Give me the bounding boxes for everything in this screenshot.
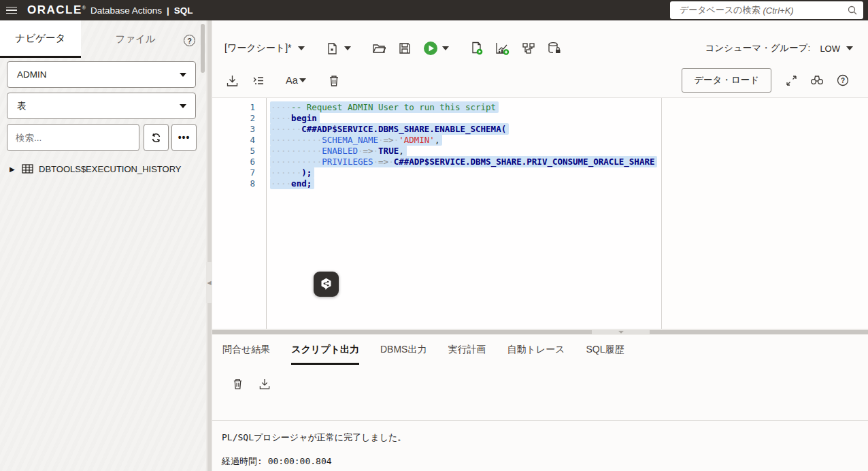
output-toolbar (212, 370, 868, 397)
code-line[interactable]: ····begin (270, 113, 661, 124)
results-splitter[interactable] (212, 329, 868, 335)
consumer-group-value[interactable]: LOW (820, 44, 840, 54)
object-type-select[interactable]: 表 (7, 93, 196, 119)
sidebar-splitter[interactable]: ◀ (206, 20, 212, 471)
find-binoculars-icon[interactable] (807, 70, 827, 91)
results-collapse-handle[interactable] (592, 330, 650, 334)
table-icon (22, 164, 33, 174)
save-button[interactable] (395, 38, 415, 59)
editor-toolbar: Aa データ・ロード ? (212, 65, 868, 95)
consumer-group-caret-icon[interactable] (846, 46, 853, 50)
product-name: Database Actions (90, 5, 162, 16)
consumer-group-label: コンシューマ・グループ: (705, 42, 811, 54)
run-statement-button[interactable] (420, 38, 441, 59)
worksheet-selector[interactable]: [ワークシート]* (224, 42, 292, 54)
refresh-button[interactable] (144, 124, 169, 151)
download-output-button[interactable] (254, 374, 275, 394)
run-script-button[interactable] (467, 38, 487, 59)
expand-editor-icon[interactable] (781, 70, 801, 91)
oracle-logo: ORACLE (27, 3, 82, 17)
autotrace-button[interactable] (518, 38, 539, 59)
code-assist-icon (319, 277, 333, 291)
line-number: 2 (212, 113, 255, 124)
letter-case-caret-icon[interactable] (299, 78, 306, 82)
open-file-button[interactable] (369, 38, 389, 59)
tree-item-label: DBTOOLS$EXECUTION_HISTORY (39, 164, 182, 174)
download-worksheet-button[interactable] (222, 70, 242, 91)
chevron-down-icon (179, 72, 187, 78)
object-search-input[interactable] (7, 124, 139, 151)
code-line[interactable]: ··········ENABLED·=>·TRUE, (270, 146, 661, 157)
results-panel: 問合せ結果スクリプト出力DBMS出力実行計画自動トレースSQL履歴 PL/SQL… (212, 335, 868, 471)
sidebar-scrollbar[interactable] (201, 24, 205, 73)
result-tab-1[interactable]: 問合せ結果 (222, 335, 270, 365)
schema-select[interactable]: ADMIN (7, 61, 196, 88)
clear-worksheet-button[interactable] (324, 70, 344, 91)
output-message: PL/SQLプロシージャが正常に完了しました。 (222, 432, 406, 444)
refresh-icon (150, 132, 162, 144)
svg-text:?: ? (841, 77, 845, 84)
search-icon (847, 5, 858, 16)
editor-gutter: 12345678 (212, 98, 267, 329)
line-number: 6 (212, 157, 255, 167)
app-header: ORACLE® Database Actions | SQL データベースの検索… (0, 0, 868, 20)
code-line[interactable]: ····end; (270, 178, 661, 189)
dbms-output-toggle-button[interactable] (544, 38, 565, 59)
chevron-down-icon (179, 103, 187, 109)
database-search-input[interactable]: データベースの検索 (Ctrl+K) (670, 1, 863, 19)
sidebar-tabs: ナビゲータ ファイル ? (0, 20, 206, 58)
line-number: 3 (212, 124, 255, 135)
tree-item[interactable]: ▶DBTOOLS$EXECUTION_HISTORY (0, 160, 197, 178)
results-tabs: 問合せ結果スクリプト出力DBMS出力実行計画自動トレースSQL履歴 (212, 335, 868, 365)
help-icon[interactable]: ? (833, 70, 853, 91)
line-number: 1 (212, 102, 255, 113)
tab-navigator[interactable]: ナビゲータ (0, 20, 81, 58)
hamburger-menu-icon[interactable] (1, 0, 22, 20)
navigator-sidebar: ナビゲータ ファイル ? ADMIN 表 ••• ▶DBTOOLS$EXECUT… (0, 20, 206, 471)
code-line[interactable]: ······C##ADP$SERVICE.DBMS_SHARE.ENABLE_S… (270, 124, 661, 135)
run-caret-icon[interactable] (442, 46, 449, 50)
script-output-text: PL/SQLプロシージャが正常に完了しました。経過時間: 00:00:00.80… (222, 432, 406, 471)
result-tab-3[interactable]: DBMS出力 (380, 335, 427, 365)
result-tab-5[interactable]: 自動トレース (507, 335, 565, 365)
code-line[interactable]: ··········PRIVILEGES·=>·C##ADP$SERVICE.D… (270, 157, 661, 167)
new-worksheet-button[interactable] (322, 38, 343, 59)
more-options-button[interactable]: ••• (171, 124, 197, 151)
code-line[interactable]: ····-- Request ADMIN User to run this sc… (270, 102, 661, 113)
result-tab-4[interactable]: 実行計画 (448, 335, 486, 365)
sidebar-collapse-handle[interactable]: ◀ (206, 262, 212, 303)
line-number: 8 (212, 178, 255, 189)
expand-arrow-icon[interactable]: ▶ (10, 165, 22, 173)
code-line[interactable]: ······); (270, 167, 661, 178)
code-assist-button[interactable] (314, 272, 339, 297)
line-number: 4 (212, 135, 255, 146)
output-divider (212, 420, 868, 421)
sql-editor[interactable]: 12345678 ····-- Request ADMIN User to ru… (212, 97, 868, 329)
line-number: 7 (212, 167, 255, 178)
data-load-button[interactable]: データ・ロード (682, 68, 771, 93)
result-tab-6[interactable]: SQL履歴 (586, 335, 624, 365)
worksheet-area: [ワークシート]* コンシューマ・グループ: LOW (212, 20, 868, 471)
editor-right-margin (661, 98, 868, 329)
format-code-button[interactable] (248, 70, 268, 91)
output-message: 経過時間: 00:00:00.804 (222, 455, 406, 468)
letter-case-button[interactable]: Aa (286, 75, 298, 86)
code-line[interactable]: ··········SCHEMA_NAME·=>·'ADMIN', (270, 135, 661, 146)
worksheet-caret-icon[interactable] (298, 46, 305, 50)
line-number: 5 (212, 146, 255, 157)
brand: ORACLE® Database Actions | SQL (27, 3, 193, 17)
tab-files[interactable]: ファイル (81, 20, 190, 58)
explain-plan-button[interactable] (493, 38, 513, 59)
object-tree: ▶DBTOOLS$EXECUTION_HISTORY (0, 160, 197, 178)
sidebar-help-icon[interactable]: ? (184, 35, 195, 46)
result-tab-2[interactable]: スクリプト出力 (291, 335, 359, 365)
worksheet-toolbar: [ワークシート]* コンシューマ・グループ: LOW (212, 33, 868, 64)
new-worksheet-caret-icon[interactable] (344, 46, 351, 50)
clear-output-button[interactable] (227, 374, 248, 394)
app-name: SQL (174, 5, 193, 16)
